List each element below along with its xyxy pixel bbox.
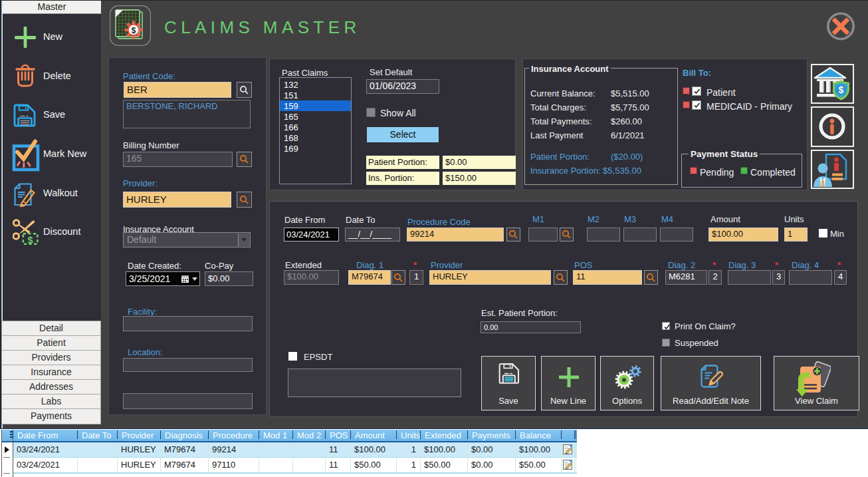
svg-text:$: $ bbox=[28, 235, 33, 245]
svg-text:$: $ bbox=[132, 26, 136, 35]
svg-text:$: $ bbox=[839, 84, 844, 95]
